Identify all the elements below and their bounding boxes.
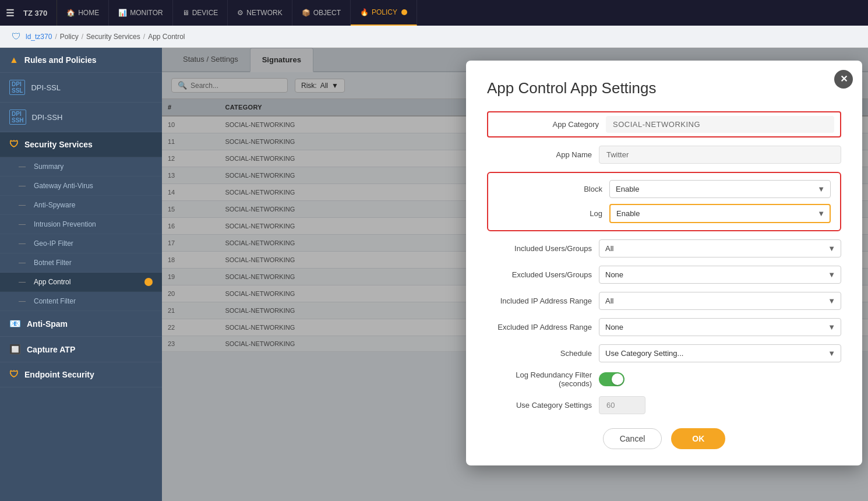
- nav-monitor[interactable]: 📊 MONITOR: [109, 0, 172, 26]
- included-ip-row: Included IP Address Range All None ▼: [487, 292, 841, 310]
- shield-icon: 🛡: [12, 31, 21, 42]
- sidebar-item-endpoint-security[interactable]: 🛡 Endpoint Security: [0, 362, 162, 387]
- dpi-ssh-icon: DPISSH: [9, 110, 26, 125]
- security-services-icon: 🛡: [9, 139, 19, 150]
- use-category-label: Use Category Settings: [487, 401, 592, 410]
- modal-close-button[interactable]: ✕: [834, 70, 853, 89]
- sidebar-subitem-anti-spyware[interactable]: — Anti-Spyware: [0, 196, 162, 215]
- capture-atp-icon: 🔲: [9, 344, 21, 355]
- nav-object[interactable]: 📦 OBJECT: [292, 0, 351, 26]
- object-icon: 📦: [302, 9, 310, 17]
- sidebar-subitem-gateway-av[interactable]: — Gateway Anti-Virus: [0, 177, 162, 196]
- nav-policy[interactable]: 🔥 POLICY: [351, 0, 417, 26]
- app-name-label: App Name: [487, 150, 592, 159]
- included-ip-label: Included IP Address Range: [487, 297, 592, 305]
- sidebar-subitem-summary[interactable]: — Summary: [0, 157, 162, 177]
- device-label: TZ 370: [23, 9, 47, 17]
- log-redundancy-label: Log Redundancy Filter (seconds): [487, 371, 592, 388]
- sidebar-item-rules-policies[interactable]: ▲ Rules and Policies: [0, 48, 162, 73]
- endpoint-icon: 🛡: [9, 369, 19, 380]
- sidebar-item-capture-atp[interactable]: 🔲 Capture ATP: [0, 337, 162, 362]
- app-name-value: Twitter: [599, 146, 841, 164]
- use-category-row: Use Category Settings 60: [487, 396, 841, 414]
- ok-button[interactable]: OK: [671, 428, 725, 449]
- sidebar-item-dpi-ssh[interactable]: DPISSH DPI-SSH: [0, 103, 162, 132]
- hamburger-icon[interactable]: ☰: [6, 8, 14, 19]
- schedule-row: Schedule Use Category Setting... ▼: [487, 344, 841, 362]
- sidebar-subitem-intrusion-prevention[interactable]: — Intrusion Prevention: [0, 215, 162, 234]
- included-ip-select[interactable]: All None: [599, 292, 841, 310]
- app-control-toggle: [144, 278, 153, 286]
- block-label: Block: [497, 185, 602, 193]
- schedule-wrap: Use Category Setting... ▼: [599, 344, 841, 362]
- included-users-select[interactable]: All None: [599, 239, 841, 257]
- use-category-value: 60: [599, 396, 645, 414]
- schedule-label: Schedule: [487, 349, 592, 358]
- breadcrumb-device[interactable]: ld_tz370: [26, 33, 52, 41]
- modal-title: App Control App Settings: [487, 79, 841, 97]
- sidebar-subitem-app-control[interactable]: — App Control: [0, 273, 162, 292]
- brand-logo: ☰ TZ 370: [6, 0, 57, 26]
- sidebar-subitem-content-filter[interactable]: — Content Filter: [0, 292, 162, 311]
- app-name-row: App Name Twitter: [487, 146, 841, 164]
- sidebar-subitem-geo-ip[interactable]: — Geo-IP Filter: [0, 234, 162, 253]
- sidebar-subitem-botnet-filter[interactable]: — Botnet Filter: [0, 253, 162, 273]
- excluded-users-select[interactable]: None All: [599, 266, 841, 284]
- excluded-users-label: Excluded Users/Groups: [487, 270, 592, 279]
- content-area: Status / Settings Signatures 🔍 Risk: All…: [162, 48, 868, 501]
- included-users-wrap: All None ▼: [599, 239, 841, 257]
- rules-icon: ▲: [9, 55, 19, 65]
- block-select-wrap: Enable Disable ▼: [609, 180, 831, 198]
- excluded-users-row: Excluded Users/Groups None All ▼: [487, 266, 841, 284]
- log-select-wrap: Enable Disable ▼: [609, 204, 831, 223]
- sidebar-item-security-services[interactable]: 🛡 Security Services: [0, 132, 162, 157]
- excluded-ip-wrap: None All ▼: [599, 318, 841, 336]
- monitor-icon: 📊: [118, 9, 127, 17]
- policy-icon: 🔥: [360, 8, 369, 16]
- device-icon: 🖥: [182, 9, 189, 17]
- app-control-modal: App Control App Settings ✕ App Category …: [466, 61, 862, 465]
- included-ip-wrap: All None ▼: [599, 292, 841, 310]
- log-select[interactable]: Enable Disable: [609, 204, 831, 223]
- main-layout: ▲ Rules and Policies DPISSL DPI-SSL DPIS…: [0, 48, 868, 501]
- included-users-label: Included Users/Groups: [487, 244, 592, 253]
- app-category-row: App Category SOCIAL-NETWORKING: [487, 111, 841, 137]
- breadcrumb-policy: Policy: [60, 33, 79, 41]
- block-row: Block Enable Disable ▼: [497, 180, 831, 198]
- network-icon: ⚙: [237, 9, 244, 17]
- log-label: Log: [497, 209, 602, 218]
- breadcrumb-security-services: Security Services: [86, 33, 140, 41]
- included-users-row: Included Users/Groups All None ▼: [487, 239, 841, 257]
- sidebar: ▲ Rules and Policies DPISSL DPI-SSL DPIS…: [0, 48, 162, 501]
- nav-network[interactable]: ⚙ NETWORK: [228, 0, 292, 26]
- dpi-ssl-icon: DPISSL: [9, 80, 25, 95]
- sidebar-item-anti-spam[interactable]: 📧 Anti-Spam: [0, 311, 162, 337]
- excluded-ip-label: Excluded IP Address Range: [487, 323, 592, 331]
- breadcrumb: 🛡 ld_tz370 / Policy / Security Services …: [0, 26, 868, 48]
- excluded-users-wrap: None All ▼: [599, 266, 841, 284]
- block-log-group: Block Enable Disable ▼ Log: [487, 172, 841, 231]
- schedule-select[interactable]: Use Category Setting...: [599, 344, 841, 362]
- toggle-knob: [612, 373, 623, 385]
- modal-overlay: App Control App Settings ✕ App Category …: [162, 48, 868, 501]
- excluded-ip-row: Excluded IP Address Range None All ▼: [487, 318, 841, 336]
- modal-actions: Cancel OK: [487, 428, 841, 449]
- nav-home[interactable]: 🏠 HOME: [57, 0, 109, 26]
- block-select[interactable]: Enable Disable: [609, 180, 831, 198]
- excluded-ip-select[interactable]: None All: [599, 318, 841, 336]
- log-redundancy-row: Log Redundancy Filter (seconds): [487, 371, 841, 388]
- log-redundancy-toggle[interactable]: [599, 372, 624, 386]
- nav-device[interactable]: 🖥 DEVICE: [173, 0, 228, 26]
- breadcrumb-app-control: App Control: [148, 33, 185, 41]
- cancel-button[interactable]: Cancel: [603, 428, 662, 449]
- log-row: Log Enable Disable ▼: [497, 204, 831, 223]
- anti-spam-icon: 📧: [9, 318, 21, 329]
- app-category-label: App Category: [494, 120, 599, 129]
- app-category-value: SOCIAL-NETWORKING: [606, 116, 834, 133]
- top-navigation: ☰ TZ 370 🏠 HOME 📊 MONITOR 🖥 DEVICE ⚙ NET…: [0, 0, 868, 26]
- sidebar-item-dpi-ssl[interactable]: DPISSL DPI-SSL: [0, 73, 162, 103]
- home-icon: 🏠: [66, 9, 75, 17]
- policy-indicator: [401, 9, 407, 15]
